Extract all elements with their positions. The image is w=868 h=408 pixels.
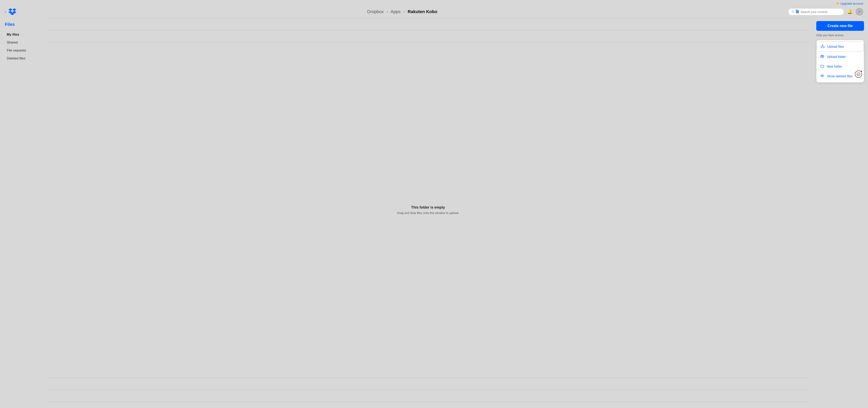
sidebar-nav: My files Shared File requests Deleted fi… xyxy=(5,31,39,62)
right-panel: Create new file Only you have access Upl… xyxy=(812,18,868,402)
spacer-3 xyxy=(44,378,812,390)
empty-folder-subtitle: Drag and drop files onto this window to … xyxy=(397,211,459,215)
empty-folder-state: This folder is empty Drag and drop files… xyxy=(44,42,812,378)
sidebar-item-deleted-files[interactable]: Deleted files xyxy=(5,55,39,62)
show-deleted-files-label: Show deleted files xyxy=(827,74,853,78)
breadcrumb-part2[interactable]: Apps xyxy=(391,9,401,14)
top-bar: ★ Upgrade account xyxy=(0,0,868,6)
upload-folder-label: Upload folder xyxy=(827,55,846,59)
status-indicator[interactable] xyxy=(855,71,862,78)
svg-point-6 xyxy=(822,75,823,76)
eye-icon xyxy=(820,74,825,79)
breadcrumb-part1[interactable]: Dropbox xyxy=(367,9,384,14)
create-new-file-button[interactable]: Create new file xyxy=(816,21,864,31)
breadcrumb-sep2: › xyxy=(403,9,405,14)
folder-filter-icon xyxy=(796,10,799,13)
search-bar[interactable] xyxy=(788,8,844,15)
sidebar-title: Files xyxy=(5,22,39,27)
upload-files-label: Upload files xyxy=(827,45,844,49)
sidebar-item-my-files[interactable]: My files xyxy=(5,31,39,38)
main-content: This folder is empty Drag and drop files… xyxy=(44,18,812,402)
svg-rect-3 xyxy=(821,46,824,48)
dropbox-logo xyxy=(8,8,16,15)
upload-folder-item[interactable]: Upload folder xyxy=(816,52,864,62)
access-text: Only you have access xyxy=(816,34,864,37)
new-folder-item[interactable]: New folder xyxy=(816,62,864,71)
upload-folder-icon xyxy=(820,54,825,59)
sidebar-item-shared[interactable]: Shared xyxy=(5,39,39,46)
sidebar: Files My files Shared File requests Dele… xyxy=(0,18,44,402)
layout: Files My files Shared File requests Dele… xyxy=(0,18,868,402)
upload-files-item[interactable]: Upload files xyxy=(816,41,864,52)
svg-point-7 xyxy=(857,72,860,76)
upgrade-account-link[interactable]: Upgrade account xyxy=(841,2,863,5)
breadcrumb-part3: Rakuten Kobo xyxy=(408,9,437,14)
breadcrumb: Dropbox › Apps › Rakuten Kobo xyxy=(16,9,788,14)
spacer-2 xyxy=(44,30,812,42)
sidebar-item-file-requests[interactable]: File requests xyxy=(5,47,39,54)
new-folder-label: New folder xyxy=(827,65,842,68)
spacer-1 xyxy=(44,18,812,30)
back-button[interactable]: ‹ xyxy=(5,10,6,14)
avatar[interactable] xyxy=(856,8,863,15)
header: ‹ Dropbox › Apps › Rakuten Kobo 🔔 xyxy=(0,6,868,18)
svg-point-5 xyxy=(821,75,824,77)
status-dot xyxy=(860,70,862,72)
empty-folder-title: This folder is empty xyxy=(411,206,445,210)
header-right: 🔔 xyxy=(788,8,863,15)
star-icon: ★ xyxy=(836,1,839,6)
spacer-4 xyxy=(44,390,812,402)
bell-icon[interactable]: 🔔 xyxy=(847,9,852,14)
search-icon xyxy=(792,10,794,13)
content-area: This folder is empty Drag and drop files… xyxy=(44,18,812,402)
new-folder-icon xyxy=(820,64,825,69)
search-input[interactable] xyxy=(801,10,841,13)
upload-files-icon xyxy=(820,44,825,49)
header-left: ‹ xyxy=(5,8,16,15)
svg-line-1 xyxy=(794,12,794,13)
breadcrumb-sep1: › xyxy=(387,9,388,14)
